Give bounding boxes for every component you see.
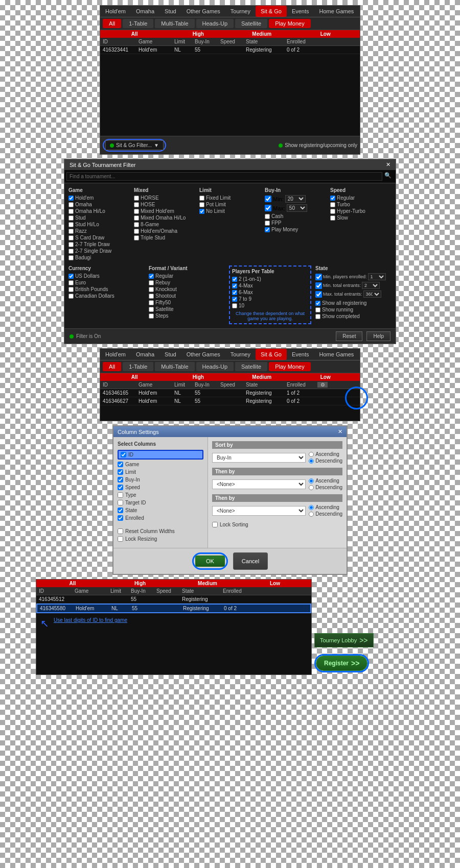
cb-pot-input[interactable] <box>199 202 204 207</box>
subnav-satellite-1[interactable]: Satellite <box>235 19 267 28</box>
cb-1on1-input[interactable] <box>232 277 237 282</box>
cb-slow-input[interactable] <box>330 215 335 221</box>
cb-holdem-input[interactable] <box>68 196 74 201</box>
nav-events-1[interactable]: Events <box>287 6 314 17</box>
subnav-playmoney-2[interactable]: Play Money <box>269 362 310 371</box>
subnav-headsup-1[interactable]: Heads-Up <box>196 19 234 28</box>
subnav-satellite-2[interactable]: Satellite <box>235 362 267 371</box>
col-h-enrolled-2[interactable]: Enrolled <box>287 382 317 388</box>
nav-home-1[interactable]: Home Games <box>314 6 359 17</box>
extra-reset-input[interactable] <box>118 528 123 534</box>
subnav-all-1[interactable]: All <box>103 19 121 28</box>
nav-other-2[interactable]: Other Games <box>181 349 225 360</box>
nav-omaha-2[interactable]: Omaha <box>131 349 159 360</box>
subnav-1table-1[interactable]: 1-Table <box>123 19 153 28</box>
nav-tourney-1[interactable]: Tourney <box>225 6 256 17</box>
thenby2-select[interactable]: <None> <box>212 506 306 516</box>
min-players-select[interactable]: 1 <box>368 273 386 280</box>
col-h-buyin-1[interactable]: Buy-In <box>195 39 220 44</box>
col-h-speed-1[interactable]: Speed <box>220 39 246 44</box>
col-h-game-2[interactable]: Game <box>139 382 174 388</box>
search-icon[interactable]: 🔍 <box>382 172 394 181</box>
subnav-multitable-2[interactable]: Multi-Table <box>155 362 194 371</box>
col-cb-id-input[interactable] <box>121 452 126 457</box>
sortby-select[interactable]: Buy-In <None> ID Game Limit Speed State <box>212 453 306 463</box>
cb-4max-input[interactable] <box>232 283 237 288</box>
ok-button[interactable]: OK <box>195 556 225 567</box>
cb-showcomplete-input[interactable] <box>315 314 320 319</box>
cb-fpp-input[interactable] <box>265 221 270 226</box>
cb-steps-input[interactable] <box>149 314 154 319</box>
col-h-buyin-2[interactable]: Buy-In <box>195 382 220 388</box>
nav-other-1[interactable]: Other Games <box>181 6 225 17</box>
col-cb-targetid-input[interactable] <box>118 500 123 505</box>
nav-tourney-2[interactable]: Tourney <box>225 349 256 360</box>
thenby1-desc-radio[interactable] <box>309 485 314 490</box>
subnav-headsup-2[interactable]: Heads-Up <box>196 362 234 371</box>
cb-horse-input[interactable] <box>134 196 139 201</box>
data-row-5-0[interactable]: 416345512 55 Registering <box>36 595 311 604</box>
col-settings-trigger[interactable]: ⚙ <box>317 382 328 388</box>
search-input[interactable] <box>66 172 382 181</box>
subnav-multitable-1[interactable]: Multi-Table <box>155 19 194 28</box>
data-row-5-1[interactable]: 416345580 Hold'em NL 55 Registering 0 of… <box>36 604 311 613</box>
cb-omaha-input[interactable] <box>68 202 74 207</box>
cb-omahahilo-input[interactable] <box>68 209 74 214</box>
col-h-enrolled-1[interactable]: Enrolled <box>287 39 317 44</box>
col-cb-game-input[interactable] <box>118 462 123 467</box>
nav-stud-1[interactable]: Stud <box>159 6 181 17</box>
col-h-speed-2[interactable]: Speed <box>220 382 246 388</box>
col-h-state-2[interactable]: State <box>246 382 287 388</box>
col-h-id-1[interactable]: ID <box>103 39 139 44</box>
cb-razz-input[interactable] <box>68 229 74 234</box>
close-icon-filter[interactable]: ✕ <box>386 161 390 168</box>
section-all-2[interactable]: All <box>103 374 167 380</box>
col-cb-enrolled-input[interactable] <box>118 515 123 521</box>
section-all-1[interactable]: All <box>103 31 167 37</box>
cb-knockout-input[interactable] <box>149 287 154 292</box>
reset-btn[interactable]: Reset <box>336 331 362 341</box>
col-h-state-1[interactable]: State <box>246 39 287 44</box>
section-low-2[interactable]: Low <box>294 374 358 380</box>
col-cb-speed-input[interactable] <box>118 485 123 490</box>
cb-fifty50-input[interactable] <box>149 300 154 305</box>
col-h-state-5[interactable]: State <box>182 588 223 594</box>
col-h-game-5[interactable]: Game <box>75 588 110 594</box>
cb-shootout-input[interactable] <box>149 294 154 299</box>
nav-sitgo-1[interactable]: Sit & Go <box>256 6 287 17</box>
nav-sitgo-2[interactable]: Sit & Go <box>256 349 287 360</box>
col-h-limit-2[interactable]: Limit <box>174 382 195 388</box>
cb-badugi-input[interactable] <box>68 255 74 260</box>
subnav-playmoney-1[interactable]: Play Money <box>269 19 310 28</box>
cb-turbo-input[interactable] <box>330 202 335 207</box>
col-h-enrolled-5[interactable]: Enrolled <box>223 588 254 594</box>
subnav-all-2[interactable]: All <box>103 362 121 371</box>
section-low-1[interactable]: Low <box>294 31 358 37</box>
min-total-select[interactable]: 2 <box>362 282 380 289</box>
data-row-1-0[interactable]: 416323441 Hold'em NL 55 Registering 0 of… <box>100 46 360 54</box>
cb-hose-input[interactable] <box>134 202 139 207</box>
section-high-1[interactable]: High <box>167 31 231 37</box>
cb-fixed-input[interactable] <box>199 196 204 201</box>
cb-27single-input[interactable] <box>68 249 74 254</box>
cb-8game-input[interactable] <box>134 222 139 227</box>
data-row-2-0[interactable]: 416346165 Hold'em NL 55 Registering 1 of… <box>100 389 360 397</box>
col-cb-limit-input[interactable] <box>118 469 123 475</box>
cb-maxtotal-input[interactable] <box>315 291 322 298</box>
max-total-select[interactable]: 360 <box>363 291 381 298</box>
extra-lockresizing-input[interactable] <box>118 536 123 542</box>
cb-fregular-input[interactable] <box>149 274 154 279</box>
cb-triplestud-input[interactable] <box>134 235 139 240</box>
cb-showrun-input[interactable] <box>315 307 320 312</box>
col-cb-type-input[interactable] <box>118 492 123 498</box>
cb-27triple-input[interactable] <box>68 242 74 247</box>
nav-holdem-2[interactable]: Hold'em <box>100 349 131 360</box>
cb-nolimit-input[interactable] <box>199 209 204 214</box>
register-btn[interactable]: Register >> <box>316 656 367 671</box>
max-select[interactable]: 50 <box>287 204 307 212</box>
filter-btn-1[interactable]: Sit & Go Filter... ▼ <box>105 140 164 150</box>
col-cb-state-input[interactable] <box>118 508 123 513</box>
nav-stud-2[interactable]: Stud <box>159 349 181 360</box>
cb-studhilo-input[interactable] <box>68 222 74 227</box>
cb-cad-input[interactable] <box>68 294 74 299</box>
